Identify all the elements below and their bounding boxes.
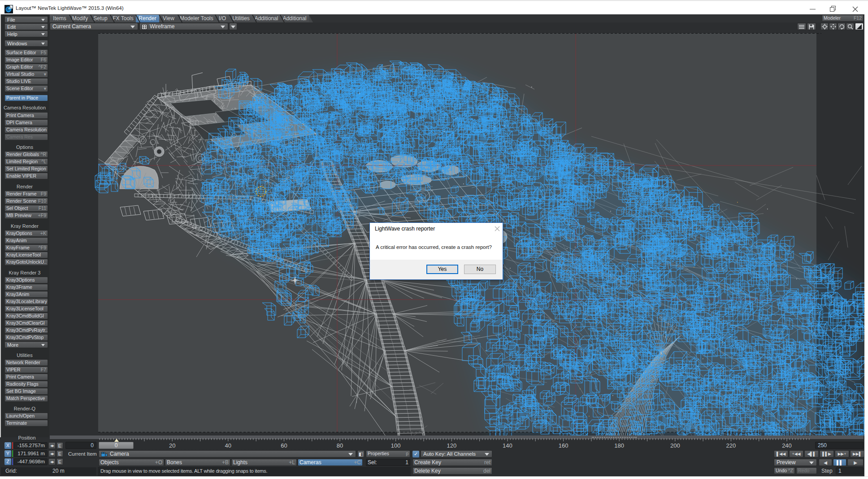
svg-text:60: 60: [281, 442, 287, 449]
svg-text:100: 100: [391, 442, 401, 449]
svg-text:220: 220: [726, 442, 736, 449]
svg-text:20: 20: [169, 442, 175, 449]
svg-text:80: 80: [337, 442, 343, 449]
svg-text:160: 160: [559, 442, 569, 449]
svg-text:180: 180: [614, 442, 624, 449]
svg-text:240: 240: [782, 442, 792, 449]
svg-text:120: 120: [447, 442, 456, 449]
svg-text:140: 140: [503, 442, 512, 449]
svg-text:40: 40: [225, 442, 231, 449]
svg-text:200: 200: [670, 442, 680, 449]
